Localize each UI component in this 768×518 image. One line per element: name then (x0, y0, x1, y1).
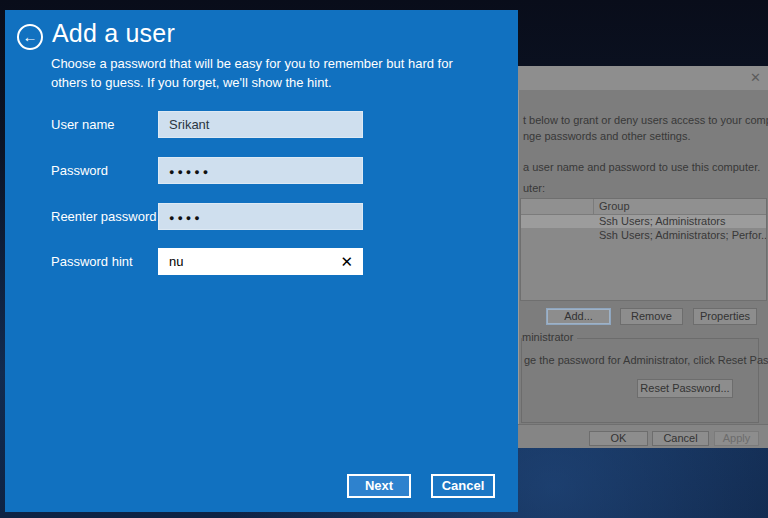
password-hint-value: nu (169, 254, 183, 269)
username-value: Srikant (169, 117, 209, 132)
password-hint-field[interactable]: nu ✕ (158, 248, 363, 275)
users-list[interactable]: Group Ssh Users; Administrators Ssh User… (520, 198, 767, 301)
password-masked-value: ●●●●● (169, 167, 211, 177)
list-item[interactable]: Ssh Users; Administrators (521, 215, 766, 228)
dialog-titlebar: ✕ (518, 66, 768, 90)
add-button[interactable]: Add... (546, 308, 611, 325)
user-accounts-dialog: ✕ t below to grant or deny users access … (518, 66, 768, 448)
dialog-text-line: t below to grant or deny users access to… (523, 114, 768, 126)
password-hint-row: Password hint nu ✕ (5, 248, 518, 275)
password-instructions: Choose a password that will be easy for … (51, 54, 469, 92)
username-row: User name Srikant (5, 111, 518, 138)
password-row: Password ●●●●● (5, 157, 518, 184)
next-button[interactable]: Next (347, 474, 411, 498)
group-column-header[interactable]: Group (599, 200, 630, 212)
dialog-cancel-button[interactable]: Cancel (652, 431, 709, 446)
username-label: User name (51, 117, 115, 132)
password-label: Password (51, 163, 108, 178)
page-title: Add a user (52, 19, 175, 48)
list-item[interactable]: Ssh Users; Administrators; Perfor... (521, 229, 766, 242)
dialog-text-line: a user name and password to use this com… (523, 161, 760, 173)
close-icon[interactable]: ✕ (750, 71, 761, 85)
reenter-password-field[interactable]: ●●●● (158, 203, 363, 230)
cancel-button[interactable]: Cancel (431, 474, 495, 498)
password-field[interactable]: ●●●●● (158, 157, 363, 184)
list-item-label: Ssh Users; Administrators; Perfor... (599, 229, 766, 242)
back-arrow-icon: ← (23, 28, 38, 45)
reenter-password-row: Reenter password ●●●● (5, 203, 518, 230)
apply-button: Apply (714, 431, 759, 446)
reenter-password-label: Reenter password (51, 209, 157, 224)
properties-button[interactable]: Properties (693, 308, 757, 325)
add-user-panel: ← Add a user Choose a password that will… (5, 10, 518, 512)
reset-password-text: ge the password for Administrator, click… (524, 354, 768, 366)
dialog-footer: OK Cancel Apply (518, 424, 768, 448)
remove-button[interactable]: Remove (620, 308, 683, 325)
password-hint-label: Password hint (51, 254, 133, 269)
dialog-text-line: nge passwords and other settings. (523, 130, 691, 142)
ok-button[interactable]: OK (589, 431, 648, 446)
list-item-label: Ssh Users; Administrators (599, 215, 726, 228)
dialog-text-line: uter: (523, 182, 545, 194)
column-divider (593, 199, 594, 214)
list-header[interactable]: Group (521, 199, 766, 215)
back-button[interactable]: ← (17, 24, 43, 50)
clear-text-icon[interactable]: ✕ (340, 249, 353, 274)
groupbox-label: ministrator (522, 331, 577, 343)
reset-password-button[interactable]: Reset Password... (637, 379, 733, 398)
username-field[interactable]: Srikant (158, 111, 363, 138)
reenter-password-masked-value: ●●●● (169, 213, 203, 223)
